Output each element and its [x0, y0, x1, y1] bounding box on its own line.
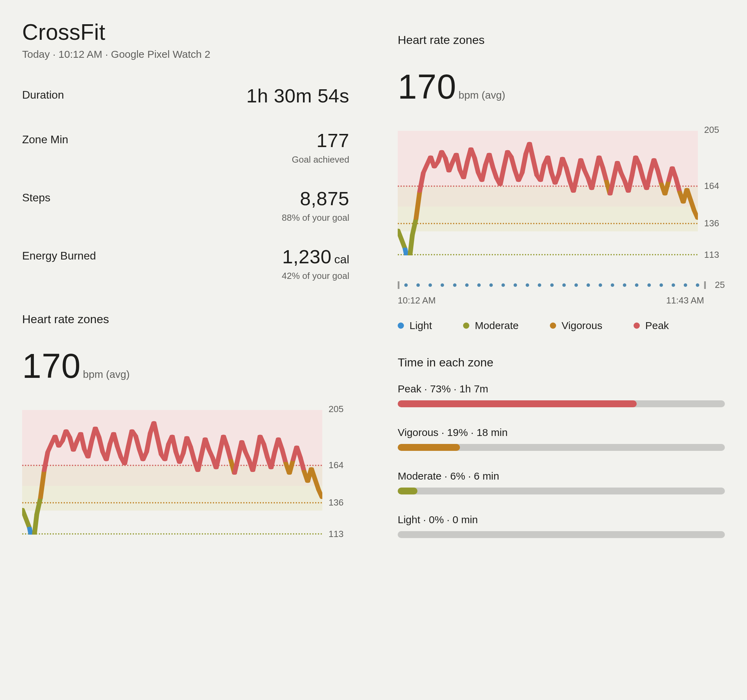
- svg-line-86: [412, 219, 416, 235]
- hr-summary-right: 170 bpm (avg): [398, 67, 725, 106]
- legend-vigorous-label: Vigorous: [562, 320, 602, 332]
- svg-line-81: [319, 490, 322, 498]
- timeline-dot: [696, 283, 699, 287]
- svg-line-48: [198, 455, 202, 471]
- timeline-dot: [514, 283, 517, 287]
- svg-line-7: [48, 444, 51, 452]
- axis-113-left: 113: [328, 529, 343, 539]
- hr-chart-surface-left[interactable]: [22, 410, 322, 535]
- axis-205-left: 205: [328, 404, 343, 415]
- zonemin-value: 177: [292, 129, 349, 152]
- stat-energy: Energy Burned 1,230cal 42% of your goal: [22, 245, 349, 281]
- axis-113-right: 113: [704, 250, 719, 260]
- timeline-dot: [623, 283, 626, 287]
- svg-line-51: [209, 449, 213, 457]
- svg-line-102: [471, 148, 475, 158]
- svg-line-34: [147, 433, 150, 452]
- hr-line-svg-left: [22, 410, 322, 535]
- activity-subline: Today · 10:12 AM · Google Pixel Watch 2: [22, 48, 349, 60]
- timeline-dot: [441, 283, 444, 287]
- duration-label: Duration: [22, 85, 64, 102]
- zone-light-label: Light · 0% · 0 min: [398, 514, 725, 526]
- svg-line-63: [253, 455, 257, 471]
- svg-line-16: [80, 433, 85, 450]
- zonemin-label: Zone Min: [22, 129, 68, 146]
- timeline-dot: [563, 283, 566, 287]
- svg-line-58: [234, 458, 238, 474]
- timeline-dot: [477, 283, 481, 287]
- svg-line-125: [555, 174, 559, 183]
- svg-line-89: [423, 165, 427, 173]
- hr-chart-surface-right[interactable]: [398, 131, 698, 255]
- hr-summary-left: 170 bpm (avg): [22, 346, 349, 386]
- legend-vigorous: Vigorous: [550, 320, 602, 332]
- timeline-dot: [647, 283, 651, 287]
- svg-line-85: [409, 235, 413, 255]
- timeline-dot: [428, 283, 432, 287]
- hr-chart-left[interactable]: 205 164 136 113: [22, 410, 349, 535]
- left-column: CrossFit Today · 10:12 AM · Google Pixel…: [22, 20, 349, 558]
- svg-line-162: [691, 200, 694, 211]
- timeline-dot: [575, 283, 578, 287]
- svg-line-115: [519, 173, 522, 180]
- svg-line-23: [106, 444, 110, 460]
- svg-line-123: [548, 156, 552, 173]
- svg-line-68: [271, 452, 275, 468]
- svg-line-161: [687, 189, 691, 200]
- svg-line-113: [511, 156, 515, 170]
- svg-line-96: [449, 162, 453, 171]
- zone-vigorous-bar: [398, 444, 725, 451]
- axis-136-right: 136: [704, 218, 719, 229]
- svg-line-121: [541, 165, 544, 181]
- timeline-dot: [404, 283, 408, 287]
- vigorous-swatch-icon: [550, 323, 556, 329]
- svg-line-158: [676, 178, 680, 192]
- svg-line-148: [640, 165, 643, 178]
- timeline-dot: [635, 283, 638, 287]
- svg-line-73: [289, 460, 293, 474]
- svg-line-82: [398, 230, 402, 239]
- timeline-count: 25: [715, 280, 725, 290]
- timeline-dot: [684, 283, 687, 287]
- svg-line-98: [456, 154, 460, 170]
- svg-line-4: [37, 498, 41, 514]
- svg-line-21: [99, 437, 103, 452]
- activity-title: CrossFit: [22, 20, 349, 45]
- svg-line-31: [136, 436, 139, 449]
- zone-legend: Light Moderate Vigorous Peak: [398, 320, 725, 332]
- legend-light-label: Light: [410, 320, 432, 332]
- timeline-labels: 10:12 AM 11:43 AM: [398, 295, 725, 306]
- svg-line-118: [529, 143, 533, 159]
- svg-line-53: [216, 452, 220, 468]
- svg-line-71: [282, 449, 286, 463]
- svg-line-0: [22, 509, 26, 518]
- stat-zone-min: Zone Min 177 Goal achieved: [22, 129, 349, 165]
- svg-line-108: [493, 167, 497, 178]
- timeline-dot: [465, 283, 469, 287]
- zone-moderate: Moderate · 6% · 6 min: [398, 470, 725, 494]
- svg-line-61: [245, 452, 250, 460]
- svg-line-36: [154, 422, 158, 438]
- hr-chart-right[interactable]: 205 164 136 113: [398, 131, 725, 255]
- peak-swatch-icon: [634, 323, 640, 329]
- svg-line-79: [311, 468, 315, 479]
- zone-peak: Peak · 73% · 1h 7m: [398, 383, 725, 407]
- timeline-dot: [538, 283, 541, 287]
- svg-line-70: [278, 438, 282, 449]
- timeline-dot: [489, 283, 493, 287]
- timeline-dot: [416, 283, 420, 287]
- svg-line-46: [191, 447, 194, 460]
- legend-peak-label: Peak: [645, 320, 669, 332]
- svg-line-133: [584, 170, 588, 178]
- legend-moderate-label: Moderate: [475, 320, 519, 332]
- svg-line-43: [180, 453, 183, 463]
- svg-line-87: [416, 192, 420, 219]
- svg-line-83: [402, 239, 405, 248]
- svg-line-119: [533, 159, 537, 176]
- svg-line-116: [522, 154, 526, 173]
- stat-duration: Duration 1h 30m 54s: [22, 85, 349, 107]
- steps-note: 88% of your goal: [282, 212, 349, 223]
- hr-section-title-left: Heart rate zones: [22, 312, 349, 326]
- legend-moderate: Moderate: [463, 320, 519, 332]
- hr-avg-value-right: 170: [398, 67, 457, 106]
